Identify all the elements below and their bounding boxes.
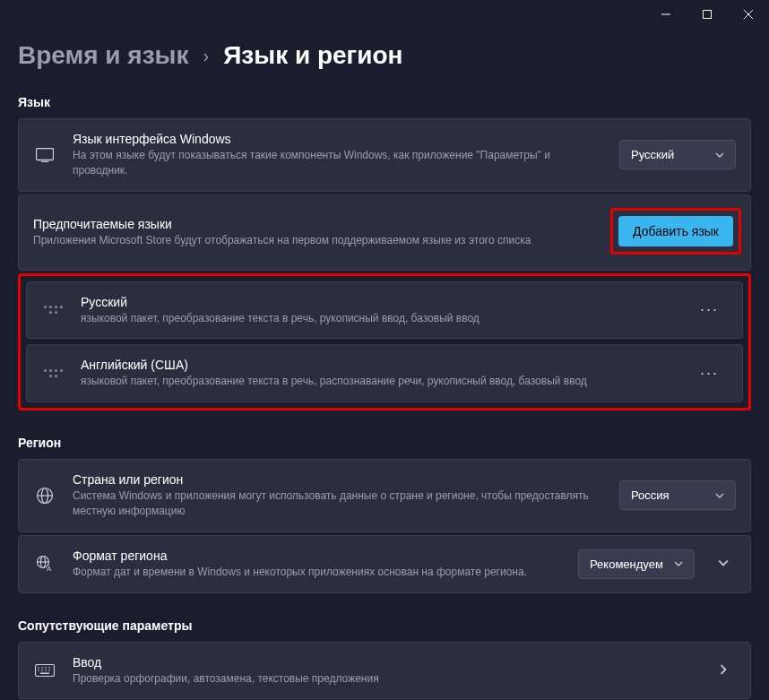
- svg-rect-4: [37, 148, 54, 160]
- section-region-title: Регион: [18, 436, 751, 450]
- format-title: Формат региона: [73, 549, 562, 563]
- region-format-card[interactable]: A Формат региона Формат дат и времени в …: [18, 535, 751, 593]
- svg-point-21: [48, 670, 50, 671]
- section-language-title: Язык: [18, 95, 751, 109]
- svg-point-20: [45, 670, 47, 671]
- chevron-right-icon: [711, 662, 736, 678]
- display-language-select[interactable]: Русский: [619, 140, 736, 169]
- format-desc: Формат дат и времени в Windows и некотор…: [73, 565, 562, 580]
- country-desc: Система Windows и приложения могут испол…: [73, 488, 603, 519]
- globe-icon: [33, 487, 56, 505]
- svg-point-16: [45, 667, 47, 669]
- more-options-button[interactable]: ···: [691, 295, 728, 324]
- country-title: Страна или регион: [73, 472, 603, 487]
- window-titlebar: [0, 0, 769, 29]
- close-button[interactable]: [728, 0, 769, 29]
- country-card: Страна или регион Система Windows и прил…: [18, 459, 751, 532]
- language-features: языковой пакет, преобразование текста в …: [81, 374, 675, 389]
- format-select[interactable]: Рекомендуем: [578, 549, 695, 579]
- language-features: языковой пакет, преобразование текста в …: [81, 311, 675, 326]
- svg-text:A: A: [47, 565, 52, 573]
- svg-point-17: [48, 667, 50, 669]
- globe-language-icon: A: [33, 555, 56, 573]
- preferred-languages-header: Предпочитаемые языки Приложения Microsof…: [18, 194, 751, 271]
- svg-point-15: [41, 667, 43, 669]
- chevron-right-icon: ›: [203, 46, 210, 66]
- language-name: Русский: [81, 295, 675, 309]
- section-related-title: Сопутствующие параметры: [18, 618, 751, 633]
- preferred-desc: Приложения Microsoft Store будут отображ…: [33, 233, 610, 248]
- svg-point-14: [38, 667, 39, 669]
- drag-handle-icon[interactable]: [41, 306, 65, 314]
- input-title: Ввод: [73, 655, 695, 670]
- chevron-down-icon: [674, 559, 683, 568]
- preferred-title: Предпочитаемые языки: [33, 217, 610, 231]
- breadcrumb-current: Язык и регион: [223, 41, 402, 70]
- breadcrumb-parent[interactable]: Время и язык: [18, 41, 189, 70]
- svg-rect-22: [40, 672, 49, 674]
- language-item-english[interactable]: Английский (США) языковой пакет, преобра…: [26, 344, 743, 402]
- display-language-value: Русский: [631, 148, 674, 161]
- chevron-down-icon: [715, 491, 724, 500]
- keyboard-icon: [33, 664, 56, 677]
- add-language-highlight: Добавить язык: [610, 208, 741, 255]
- country-value: Россия: [631, 488, 670, 502]
- svg-rect-1: [704, 11, 712, 19]
- minimize-button[interactable]: [645, 0, 687, 29]
- display-language-title: Язык интерфейса Windows: [73, 132, 603, 146]
- display-icon: [33, 148, 56, 162]
- svg-point-19: [41, 670, 43, 671]
- input-settings-card[interactable]: Ввод Проверка орфографии, автозамена, те…: [18, 642, 751, 700]
- format-value: Рекомендуем: [590, 557, 663, 571]
- chevron-down-expand-icon[interactable]: [711, 556, 736, 572]
- input-desc: Проверка орфографии, автозамена, текстов…: [73, 671, 695, 687]
- language-name: Английский (США): [81, 358, 675, 372]
- more-options-button[interactable]: ···: [691, 359, 728, 388]
- language-item-russian[interactable]: Русский языковой пакет, преобразование т…: [26, 281, 743, 340]
- display-language-card: Язык интерфейса Windows На этом языке бу…: [18, 118, 751, 192]
- display-language-desc: На этом языке будут показываться такие к…: [73, 148, 603, 178]
- country-select[interactable]: Россия: [619, 480, 736, 510]
- breadcrumb: Время и язык › Язык и регион: [18, 41, 751, 70]
- chevron-down-icon: [715, 151, 724, 160]
- languages-list-highlight: Русский языковой пакет, преобразование т…: [18, 273, 751, 411]
- add-language-button[interactable]: Добавить язык: [618, 216, 733, 246]
- svg-point-18: [38, 670, 39, 671]
- drag-handle-icon[interactable]: [41, 369, 65, 377]
- maximize-button[interactable]: [687, 0, 728, 29]
